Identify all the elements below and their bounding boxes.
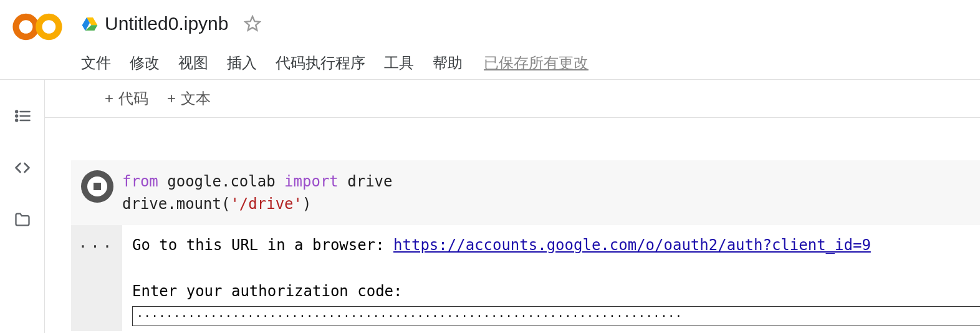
header: Untitled0.ipynb 文件 修改 视图 插入 代码执行程序 工具 帮助… bbox=[0, 0, 980, 80]
title-row: Untitled0.ipynb bbox=[81, 6, 980, 41]
plus-icon: + bbox=[105, 90, 113, 107]
menu-runtime[interactable]: 代码执行程序 bbox=[276, 53, 365, 73]
output-prompt: Go to this URL in a browser: bbox=[132, 236, 393, 254]
output-menu-button[interactable]: ... bbox=[71, 225, 122, 331]
menu-edit[interactable]: 修改 bbox=[130, 53, 160, 73]
add-code-button[interactable]: + 代码 bbox=[105, 89, 148, 109]
cell-toolbar: + 代码 + 文本 bbox=[45, 80, 980, 118]
menu-bar: 文件 修改 视图 插入 代码执行程序 工具 帮助 已保存所有更改 bbox=[81, 41, 980, 73]
notebook-title[interactable]: Untitled0.ipynb bbox=[105, 13, 228, 34]
toc-icon[interactable] bbox=[14, 107, 31, 125]
code-editor[interactable]: from google.colab import drive drive.mou… bbox=[122, 160, 980, 225]
add-text-button[interactable]: + 文本 bbox=[167, 89, 211, 109]
code-call: drive.mount( bbox=[122, 195, 230, 213]
code-kw: from bbox=[122, 173, 158, 190]
colab-logo-icon bbox=[12, 9, 62, 53]
plus-icon: + bbox=[167, 90, 176, 107]
header-main: Untitled0.ipynb 文件 修改 视图 插入 代码执行程序 工具 帮助… bbox=[81, 6, 980, 73]
menu-insert[interactable]: 插入 bbox=[227, 53, 257, 73]
code-snippets-icon[interactable] bbox=[14, 159, 31, 176]
svg-point-2 bbox=[16, 110, 17, 112]
menu-file[interactable]: 文件 bbox=[81, 53, 111, 73]
stop-icon bbox=[87, 176, 107, 196]
code-cell[interactable]: from google.colab import drive drive.mou… bbox=[71, 160, 980, 225]
oauth-link[interactable]: https://accounts.google.com/o/oauth2/aut… bbox=[393, 236, 871, 254]
menu-view[interactable]: 视图 bbox=[178, 53, 208, 73]
svg-point-0 bbox=[16, 17, 36, 37]
add-text-label: 文本 bbox=[181, 89, 211, 109]
code-name: drive bbox=[347, 173, 392, 190]
run-cell-button[interactable] bbox=[81, 170, 113, 203]
output-text: Go to this URL in a browser: https://acc… bbox=[122, 225, 980, 331]
authorization-code-input[interactable] bbox=[132, 306, 980, 326]
menu-help[interactable]: 帮助 bbox=[433, 53, 463, 73]
code-paren: ) bbox=[302, 195, 311, 213]
content-area: + 代码 + 文本 from google.colab import drive… bbox=[45, 80, 980, 331]
drive-icon bbox=[81, 15, 98, 32]
files-icon[interactable] bbox=[14, 211, 31, 228]
left-sidebar bbox=[0, 80, 45, 333]
star-icon[interactable] bbox=[244, 15, 261, 32]
svg-point-6 bbox=[16, 119, 17, 121]
code-module: google.colab bbox=[167, 173, 275, 190]
saved-status[interactable]: 已保存所有更改 bbox=[484, 53, 588, 73]
svg-point-4 bbox=[16, 115, 17, 117]
svg-point-1 bbox=[39, 17, 59, 37]
output-enter-code: Enter your authorization code: bbox=[132, 282, 402, 300]
cell-output: ... Go to this URL in a browser: https:/… bbox=[71, 225, 980, 331]
add-code-label: 代码 bbox=[118, 89, 148, 109]
code-string: '/drive' bbox=[230, 195, 302, 213]
code-kw: import bbox=[284, 173, 339, 190]
menu-tools[interactable]: 工具 bbox=[384, 53, 414, 73]
